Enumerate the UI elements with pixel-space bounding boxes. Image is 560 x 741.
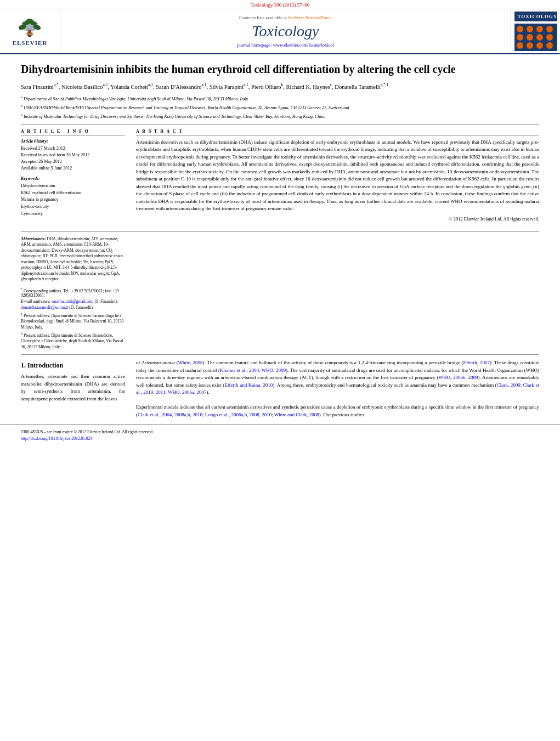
keyword-1: Dihydroartemisinin [21, 183, 125, 190]
tox-circle-1 [517, 26, 523, 32]
tox-circle-3 [536, 26, 543, 32]
footnote-corresponding: * Corresponding authors. Tel.: +39 02 50… [21, 287, 125, 298]
keyword-4: Erythro-toxicity [21, 203, 125, 211]
keywords-heading: Keywords: [21, 176, 125, 181]
svg-rect-10 [26, 33, 33, 35]
keyword-5: Cytotoxicity [21, 211, 125, 218]
article-body-cols: A R T I C L E I N F O Article history: R… [21, 129, 539, 222]
tox-circle-5 [517, 34, 523, 41]
elsevier-tree-icon [13, 16, 46, 38]
intro-left-text: Artemether, artesunate and their common … [21, 373, 125, 403]
abbreviations-section: Abbreviations: DHA, dihydroartemisinin; … [21, 236, 125, 350]
col-right: A B S T R A C T Artemisinin derivatives … [136, 129, 539, 222]
journal-header: ELSEVIER Contents lists available at Sci… [0, 9, 560, 54]
email-link-2[interactable]: donatella.taramelli@unimi.it [21, 305, 68, 310]
copyright-line: © 2012 Elsevier Ireland Ltd. All rights … [136, 216, 539, 222]
ref-efferth-kaina[interactable]: Efferth and Kaina, 2010 [224, 382, 273, 388]
affiliation-a: a Dipartimento di Sanità Pubblica-Microb… [21, 94, 539, 102]
intro-right-text: of Artemisia annua (White, 2008). The co… [136, 359, 539, 418]
footnote-email: E-mail addresses: sarafinaurini@gmail.co… [21, 299, 125, 310]
toxicology-badge-area: TOXICOLOGY [511, 9, 560, 53]
doi-line: http://dx.doi.org/10.1016/j.tox.2012.05.… [21, 435, 539, 442]
email-link-1[interactable]: sarafinaurini@gmail.com [52, 299, 94, 304]
doi-link[interactable]: http://dx.doi.org/10.1016/j.tox.2012.05.… [21, 436, 92, 441]
ref-white-2008[interactable]: White, 2008 [178, 360, 202, 365]
intro-left: 1. Introduction Artemether, artesunate a… [21, 359, 125, 418]
intro-title: 1. Introduction [21, 361, 125, 370]
bottom-bar: 0300-483X/$ – see front matter © 2012 El… [0, 424, 560, 444]
divider-2 [21, 231, 539, 232]
abstract-text: Artemisinin derivatives such as dihydroa… [136, 139, 539, 213]
ref-clark-2004[interactable]: Clark et al., 2004, 2008a,b, 2010; Longo… [138, 412, 319, 417]
tox-circle-8 [546, 34, 553, 41]
article-authors: Sara Finaurinia,*, Nicoletta Basilicoa,2… [21, 82, 539, 91]
tox-circle-2 [527, 26, 533, 32]
journal-title: Toxicology [252, 22, 319, 40]
tox-circle-11 [536, 42, 543, 49]
abbrev-text: Abbreviations: DHA, dihydroartemisinin; … [21, 236, 125, 282]
keyword-2: K562 erythroid cell differentiation [21, 190, 125, 197]
footnotes-block: * Corresponding authors. Tel.: +39 02 50… [21, 287, 125, 350]
ref-krishna-2008[interactable]: Krishna et al., 2008; WHO, 2009 [220, 367, 286, 373]
tox-circle-10 [527, 42, 533, 49]
elsevier-wordmark: ELSEVIER [13, 39, 48, 46]
tox-circle-12 [546, 42, 553, 49]
ref-efferth-2007[interactable]: Efferth, 2007 [463, 360, 490, 365]
intro-right: of Artemisia annua (White, 2008). The co… [136, 359, 539, 418]
journal-center: Contents lists available at SciVerse Sci… [60, 9, 511, 53]
divider-3 [21, 354, 539, 355]
issn-line: 0300-483X/$ – see front matter © 2012 El… [21, 429, 539, 435]
divider-1 [21, 124, 539, 125]
tox-circle-4 [546, 26, 553, 32]
journal-homepage: journal homepage: www.elsevier.com/locat… [237, 42, 334, 48]
ref-clark-2009[interactable]: Clark, 2009; Clark et al., 2010, 2011; W… [136, 382, 539, 395]
ref-who-2006b[interactable]: WHO, 2006b, 2009 [438, 375, 478, 380]
footnote-abbrev-row: Abbreviations: DHA, dihydroartemisinin; … [21, 236, 539, 350]
tox-circle-6 [527, 34, 533, 41]
sciverse-link[interactable]: SciVerse ScienceDirect [288, 15, 332, 20]
footnote-2: 2 Present address: Dipartimento di Scien… [21, 331, 125, 350]
homepage-url[interactable]: www.elsevier.com/locate/toxicol [273, 42, 334, 48]
intro-right-top [136, 236, 539, 350]
citation-text: Toxicology 300 (2012) 57–66 [251, 2, 310, 8]
article-content: Dihydroartemisinin inhibits the human er… [0, 54, 560, 227]
footnote-1: 1 Present address: Dipartimento di Scien… [21, 312, 125, 330]
citation-bar: Toxicology 300 (2012) 57–66 [0, 0, 560, 9]
article-history: Article history: Received 27 March 2012 … [21, 139, 125, 172]
svg-point-8 [29, 30, 31, 32]
bottom-section: Abbreviations: DHA, dihydroartemisinin; … [0, 231, 560, 419]
keyword-3: Malaria in pregnancy [21, 196, 125, 203]
article-accepted: Accepted 26 May 2012 [21, 159, 125, 165]
tox-circle-7 [536, 34, 543, 41]
intro-section: 1. Introduction Artemether, artesunate a… [21, 359, 539, 418]
col-left: A R T I C L E I N F O Article history: R… [21, 129, 125, 222]
article-title: Dihydroartemisinin inhibits the human er… [21, 62, 539, 76]
article-received: Received 27 March 2012 [21, 145, 125, 152]
article-history-heading: Article history: [21, 139, 125, 144]
abstract-label: A B S T R A C T [136, 129, 539, 135]
toxicology-badge: TOXICOLOGY [514, 12, 557, 51]
affiliation-b: b UNICEF/UNDP/World Bank/WHO Special Pro… [21, 103, 539, 111]
article-available: Available online 5 June 2012 [21, 165, 125, 172]
affiliation-c: c Institute of Molecular Technology for … [21, 112, 539, 120]
article-info-label: A R T I C L E I N F O [21, 129, 125, 135]
article-received-revised: Received in revised form 26 May 2012 [21, 152, 125, 159]
elsevier-logo-area: ELSEVIER [0, 9, 60, 53]
tox-circle-9 [517, 42, 523, 49]
tox-circles [514, 24, 557, 51]
elsevier-logo: ELSEVIER [13, 16, 48, 46]
sciverse-line: Contents lists available at SciVerse Sci… [239, 15, 332, 20]
keywords-section: Keywords: Dihydroartemisinin K562 erythr… [21, 176, 125, 218]
affiliations: a Dipartimento di Sanità Pubblica-Microb… [21, 94, 539, 120]
